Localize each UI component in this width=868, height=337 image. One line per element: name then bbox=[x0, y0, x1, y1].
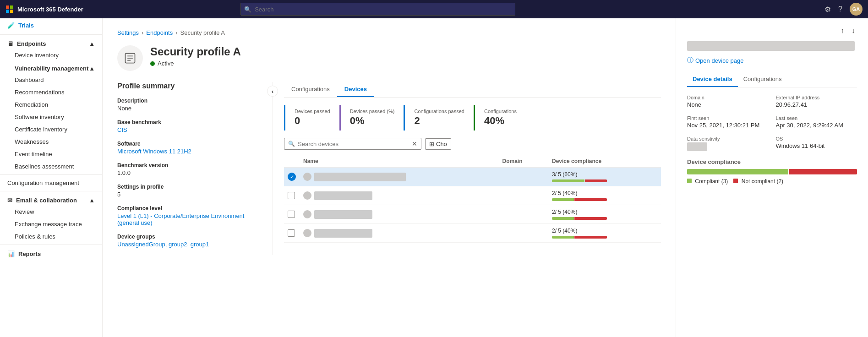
compliance-green-bar bbox=[687, 169, 788, 174]
sidebar-item-review[interactable]: Review bbox=[0, 206, 102, 218]
nav-up-arrow[interactable]: ↑ bbox=[839, 26, 846, 36]
row-compliance: 3/ 5 (60%) bbox=[548, 168, 661, 186]
compliance-text: 2/ 5 (40%) bbox=[552, 190, 657, 196]
breadcrumb-endpoints[interactable]: Endpoints bbox=[146, 29, 173, 36]
field-device-groups: Device groups UnassignedGroup, group2, g… bbox=[117, 234, 262, 248]
divider2 bbox=[0, 174, 102, 175]
legend-compliant-label: Compliant (3) bbox=[695, 178, 728, 185]
svg-rect-3 bbox=[10, 10, 13, 13]
stat-configs-pct: Configurations 40% bbox=[474, 105, 526, 130]
table-row[interactable]: ████████████ 2/ 5 (40%) bbox=[284, 205, 661, 224]
right-tab-configurations[interactable]: Configurations bbox=[738, 72, 787, 87]
sidebar-item-weaknesses[interactable]: Weaknesses bbox=[0, 136, 102, 148]
status-badge: Active bbox=[150, 60, 241, 67]
tab-devices[interactable]: Devices bbox=[337, 82, 374, 97]
compliance-red-seg bbox=[585, 179, 607, 182]
sidebar-section-vulnerability[interactable]: Vulnerability management ▲ bbox=[0, 61, 102, 74]
device-search-input[interactable] bbox=[298, 141, 409, 147]
table-row[interactable]: ████████████ 2/ 5 (40%) bbox=[284, 224, 661, 243]
help-icon[interactable]: ? bbox=[838, 5, 842, 13]
info-icon: ⓘ bbox=[687, 56, 693, 65]
sidebar-section-reports[interactable]: 📊 Reports bbox=[0, 247, 102, 259]
main-layout: 🧪 Trials 🖥 Endpoints ▲ Device inventory … bbox=[0, 18, 868, 337]
settings-icon[interactable]: ⚙ bbox=[824, 5, 831, 14]
compliance-text: 2/ 5 (40%) bbox=[552, 209, 657, 215]
sidebar-section-endpoints[interactable]: 🖥 Endpoints ▲ bbox=[0, 37, 102, 49]
collapse-button[interactable]: ‹ bbox=[267, 86, 278, 97]
sidebar-item-exchange-message-trace[interactable]: Exchange message trace bbox=[0, 218, 102, 230]
device-name-blurred: ████████████████████████████ bbox=[687, 41, 855, 51]
right-tab-device-details[interactable]: Device details bbox=[687, 72, 738, 87]
content-area: Settings › Endpoints › Security profile … bbox=[103, 18, 868, 337]
right-panel-nav: ↑ ↓ bbox=[687, 26, 857, 36]
sidebar-item-device-inventory[interactable]: Device inventory bbox=[0, 49, 102, 61]
row-checkbox[interactable] bbox=[284, 224, 300, 243]
profile-header: Security profile A Active bbox=[117, 45, 661, 71]
sidebar-item-remediation[interactable]: Remediation bbox=[0, 98, 102, 111]
device-search-bar: 🔍 ✕ ⊞ Cho bbox=[284, 138, 661, 150]
device-table-container: Name Domain Device compliance ✓█████████… bbox=[284, 155, 661, 255]
open-device-link[interactable]: ⓘ Open device page bbox=[687, 56, 857, 65]
choose-columns-button[interactable]: ⊞ Cho bbox=[425, 138, 451, 150]
divider3 bbox=[0, 191, 102, 191]
compliance-green-seg bbox=[552, 217, 574, 220]
compliance-bar bbox=[552, 236, 607, 239]
field-first-seen: First seen Nov 25, 2021, 12:30:21 PM bbox=[687, 115, 769, 129]
breadcrumb-current: Security profile A bbox=[180, 29, 225, 36]
breadcrumb-settings[interactable]: Settings bbox=[117, 29, 139, 36]
right-panel: ↑ ↓ ████████████████████████████ ⓘ Open … bbox=[676, 18, 868, 337]
col-compliance: Device compliance bbox=[548, 155, 661, 168]
search-input[interactable] bbox=[240, 3, 515, 16]
sidebar-item-policies-rules[interactable]: Policies & rules bbox=[0, 230, 102, 243]
device-table: Name Domain Device compliance ✓█████████… bbox=[284, 155, 661, 243]
svg-rect-0 bbox=[6, 5, 9, 9]
sidebar-item-config-management[interactable]: Configuration management bbox=[0, 177, 102, 189]
device-name-cell: ████████████ bbox=[314, 229, 372, 238]
row-checkbox[interactable]: ✓ bbox=[284, 168, 300, 186]
row-checkbox[interactable] bbox=[284, 205, 300, 224]
table-row[interactable]: ████████████ 2/ 5 (40%) bbox=[284, 186, 661, 205]
app-logo: Microsoft 365 Defender bbox=[5, 5, 83, 13]
row-device-name: ████████████ bbox=[300, 205, 498, 224]
devices-panel: Configurations Devices Devices passed 0 … bbox=[273, 82, 661, 255]
reports-icon: 📊 bbox=[7, 250, 15, 257]
avatar[interactable]: GA bbox=[850, 3, 863, 16]
detail-grid: Domain None External IP address 20.96.27… bbox=[687, 95, 857, 151]
field-software: Software Microsoft Windows 11 21H2 bbox=[117, 141, 262, 155]
compliance-green-seg bbox=[552, 236, 574, 239]
sidebar-item-trials[interactable]: 🧪 Trials bbox=[0, 18, 102, 33]
device-avatar bbox=[303, 173, 311, 181]
device-avatar bbox=[303, 210, 311, 218]
sidebar-item-software-inventory[interactable]: Software inventory bbox=[0, 111, 102, 123]
sidebar-item-certificate-inventory[interactable]: Certificate inventory bbox=[0, 123, 102, 136]
field-settings-in-profile: Settings in profile 5 bbox=[117, 184, 262, 198]
clear-search-button[interactable]: ✕ bbox=[412, 140, 417, 147]
table-row[interactable]: ✓████████████████████ 3/ 5 (60%) bbox=[284, 168, 661, 186]
unchecked-checkbox bbox=[288, 229, 295, 237]
stat-devices-passed: Devices passed 0 bbox=[284, 105, 339, 130]
nav-down-arrow[interactable]: ↓ bbox=[850, 26, 857, 36]
stat-devices-passed-pct: Devices passed (%) 0% bbox=[339, 105, 404, 130]
legend-not-compliant-dot bbox=[733, 179, 738, 183]
profile-title: Security profile A bbox=[150, 45, 241, 58]
sidebar-section-email[interactable]: ✉ Email & collaboration ▲ bbox=[0, 193, 102, 206]
sidebar-item-dashboard[interactable]: Dashboard bbox=[0, 74, 102, 86]
status-dot bbox=[150, 61, 155, 66]
field-base-benchmark: Base benchmark CIS bbox=[117, 119, 262, 133]
compliance-bar bbox=[552, 179, 607, 182]
compliance-red-bar bbox=[789, 169, 857, 174]
compliance-bar bbox=[552, 198, 607, 201]
unchecked-checkbox bbox=[288, 211, 295, 218]
device-name-cell: ████████████ bbox=[314, 210, 372, 219]
email-icon: ✉ bbox=[7, 197, 12, 204]
row-checkbox[interactable] bbox=[284, 186, 300, 205]
stat-configs-passed: Configurations passed 2 bbox=[404, 105, 473, 130]
field-compliance-level: Compliance level Level 1 (L1) - Corporat… bbox=[117, 205, 262, 226]
breadcrumb-sep1: › bbox=[142, 29, 143, 36]
sidebar-item-recommendations[interactable]: Recommendations bbox=[0, 86, 102, 98]
tab-configurations[interactable]: Configurations bbox=[284, 82, 337, 97]
sidebar-item-event-timeline[interactable]: Event timeline bbox=[0, 148, 102, 160]
sidebar-item-baselines[interactable]: Baselines assessment bbox=[0, 160, 102, 173]
topbar: Microsoft 365 Defender 🔍 ⚙ ? GA bbox=[0, 0, 868, 18]
profile-icon-box bbox=[117, 45, 143, 71]
